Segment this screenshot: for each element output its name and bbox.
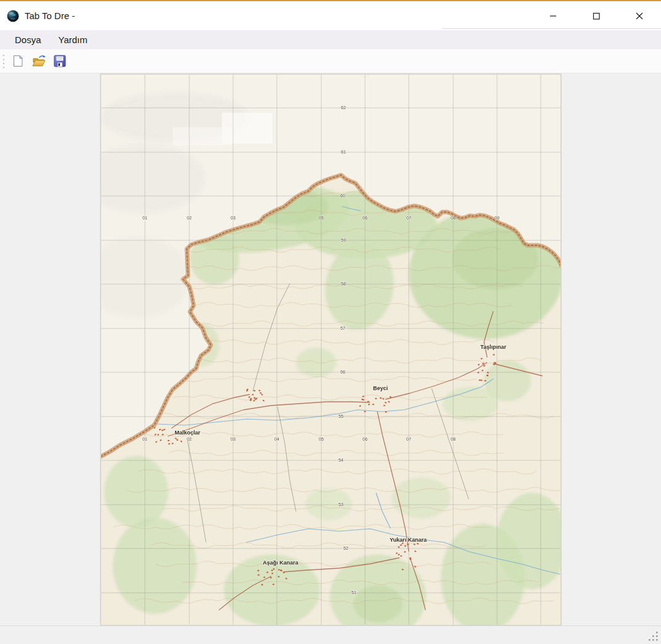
statusbar	[0, 626, 661, 644]
svg-text:04: 04	[274, 437, 279, 441]
svg-text:01: 01	[142, 437, 147, 441]
svg-text:60: 60	[340, 194, 345, 198]
svg-text:52: 52	[343, 546, 348, 550]
svg-text:57: 57	[340, 326, 345, 330]
svg-text:09: 09	[495, 216, 499, 220]
svg-text:Aşağı Kanara: Aşağı Kanara	[263, 560, 299, 566]
map-artifact	[173, 127, 231, 145]
svg-text:Taşlıpınar: Taşlıpınar	[480, 344, 506, 350]
map-viewport[interactable]: MalkoçlarBeyciTaşlıpınarAşağı KanaraYuka…	[101, 74, 561, 626]
maximize-button[interactable]	[575, 1, 618, 30]
toolbar-grip[interactable]	[1, 52, 6, 70]
titlebar-divider	[442, 28, 661, 29]
open-file-button[interactable]	[30, 52, 48, 70]
svg-text:07: 07	[406, 437, 411, 441]
svg-text:01: 01	[142, 216, 147, 220]
close-icon	[634, 11, 644, 21]
svg-text:03: 03	[231, 437, 236, 441]
svg-text:Malkoçlar: Malkoçlar	[174, 430, 200, 436]
svg-text:54: 54	[339, 458, 343, 462]
svg-text:51: 51	[351, 590, 356, 595]
svg-text:08: 08	[451, 216, 456, 220]
svg-text:62: 62	[341, 105, 346, 110]
menu-item-dosya[interactable]: Dosya	[9, 32, 47, 47]
svg-text:02: 02	[187, 216, 192, 220]
new-document-button[interactable]	[9, 52, 27, 70]
titlebar[interactable]: Tab To Dre -	[0, 0, 661, 30]
open-folder-icon	[31, 54, 46, 68]
svg-text:58: 58	[341, 282, 346, 286]
topographic-map-image[interactable]: MalkoçlarBeyciTaşlıpınarAşağı KanaraYuka…	[101, 74, 561, 626]
save-floppy-icon	[52, 54, 67, 68]
svg-text:03: 03	[231, 216, 236, 220]
map-client-area: MalkoçlarBeyciTaşlıpınarAşağı KanaraYuka…	[0, 73, 661, 626]
svg-text:07: 07	[406, 216, 411, 220]
minimize-button[interactable]	[532, 1, 575, 30]
svg-text:05: 05	[319, 437, 324, 441]
close-button[interactable]	[618, 1, 661, 30]
svg-text:05: 05	[319, 216, 324, 220]
svg-text:06: 06	[363, 437, 367, 441]
window-title: Tab To Dre -	[25, 10, 75, 21]
svg-text:08: 08	[451, 437, 456, 441]
svg-text:53: 53	[339, 502, 343, 507]
svg-text:55: 55	[339, 414, 343, 418]
globe-icon	[6, 9, 20, 23]
svg-text:56: 56	[340, 370, 345, 374]
svg-text:Yukarı Kanara: Yukarı Kanara	[390, 537, 427, 543]
svg-text:61: 61	[341, 150, 346, 154]
app-window: Tab To Dre - Dosya Yardım	[0, 0, 661, 644]
svg-text:02: 02	[187, 437, 192, 441]
menubar: Dosya Yardım	[0, 30, 661, 49]
minimize-icon	[548, 11, 558, 21]
save-file-button[interactable]	[51, 52, 69, 70]
new-document-icon	[10, 54, 25, 68]
menu-item-yardim[interactable]: Yardım	[52, 32, 94, 47]
svg-text:06: 06	[363, 216, 367, 220]
svg-text:59: 59	[341, 238, 346, 242]
resize-grip-icon[interactable]	[648, 631, 659, 642]
toolbar	[0, 49, 661, 73]
maximize-icon	[591, 11, 601, 21]
svg-text:Beyci: Beyci	[373, 385, 388, 391]
window-controls	[532, 1, 661, 30]
